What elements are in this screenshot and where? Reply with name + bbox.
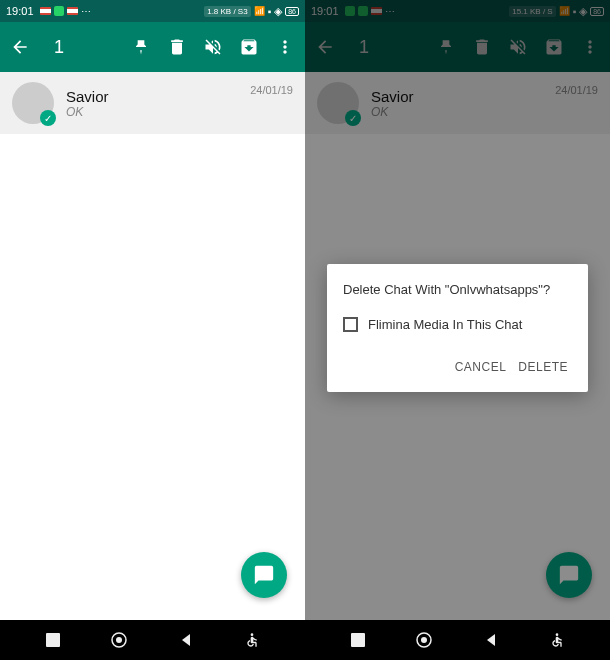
delete-confirm-button[interactable]: DELETE [514, 354, 572, 380]
system-nav-bar [305, 620, 610, 660]
more-notifications-icon: ⋯ [81, 6, 90, 17]
chat-date: 24/01/19 [250, 84, 293, 96]
svg-rect-4 [351, 633, 365, 647]
delete-button[interactable] [167, 37, 187, 57]
status-right: 1.8 KB / S3 📶 ▪ ◈ 86 [204, 5, 299, 18]
home-button[interactable] [415, 631, 433, 649]
status-bar: 19:01 ⋯ 1.8 KB / S3 📶 ▪ ◈ 86 [0, 0, 305, 22]
accessibility-button[interactable] [243, 631, 261, 649]
back-nav-button[interactable] [177, 631, 195, 649]
archive-button[interactable] [239, 37, 259, 57]
recents-button[interactable] [44, 631, 62, 649]
gmail-icon [67, 7, 78, 15]
gmail-icon [40, 7, 51, 15]
recents-button[interactable] [349, 631, 367, 649]
avatar-wrap[interactable]: ✓ [12, 82, 54, 124]
selection-action-bar: 1 [0, 22, 305, 72]
signal-icon: 📶 [254, 6, 265, 16]
delete-media-checkbox[interactable] [343, 317, 358, 332]
cancel-button[interactable]: CANCEL [451, 354, 511, 380]
delete-chat-dialog: Delete Chat With "Onlvwhatsapps"? Flimin… [327, 264, 588, 392]
chat-name: Savior [66, 88, 238, 105]
dialog-checkbox-row[interactable]: Flimina Media In This Chat [343, 317, 572, 332]
system-nav-bar [0, 620, 305, 660]
new-chat-fab[interactable] [241, 552, 287, 598]
svg-point-3 [251, 633, 254, 636]
home-button[interactable] [110, 631, 128, 649]
svg-point-7 [556, 633, 559, 636]
svg-rect-0 [46, 633, 60, 647]
chat-preview: OK [66, 105, 238, 119]
chat-item[interactable]: ✓ Savior OK 24/01/19 [0, 72, 305, 134]
status-time: 19:01 [6, 5, 34, 17]
sim-icon: ▪ [268, 6, 272, 17]
selection-count: 1 [54, 37, 64, 58]
dialog-title: Delete Chat With "Onlvwhatsapps"? [343, 282, 572, 297]
screen-left: 19:01 ⋯ 1.8 KB / S3 📶 ▪ ◈ 86 1 [0, 0, 305, 660]
chat-list: ✓ Savior OK 24/01/19 [0, 72, 305, 620]
data-rate: 1.8 KB / S3 [204, 6, 250, 17]
screen-right: 19:01 ⋯ 15.1 KB / S 📶 ▪ ◈ 86 1 [305, 0, 610, 660]
chat-info: Savior OK [66, 88, 238, 119]
selected-check-icon: ✓ [40, 110, 56, 126]
whatsapp-status-icon [54, 6, 64, 16]
back-button[interactable] [10, 37, 30, 57]
pin-button[interactable] [131, 37, 151, 57]
mute-button[interactable] [203, 37, 223, 57]
back-nav-button[interactable] [482, 631, 500, 649]
more-button[interactable] [275, 37, 295, 57]
svg-point-2 [116, 637, 122, 643]
status-left: 19:01 ⋯ [6, 5, 90, 17]
battery-icon: 86 [285, 7, 299, 16]
accessibility-button[interactable] [548, 631, 566, 649]
svg-point-6 [421, 637, 427, 643]
wifi-icon: ◈ [274, 5, 282, 18]
dialog-actions: CANCEL DELETE [343, 354, 572, 380]
delete-media-label: Flimina Media In This Chat [368, 317, 522, 332]
